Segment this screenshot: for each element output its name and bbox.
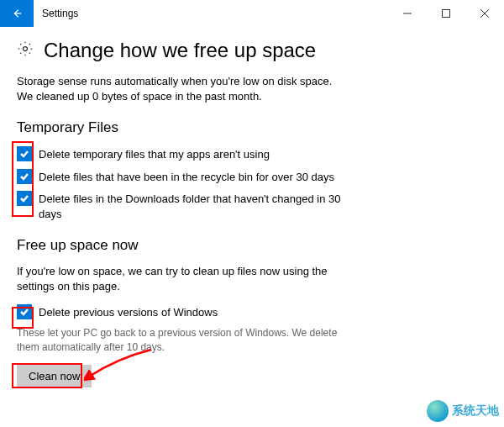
svg-point-5: [24, 47, 28, 51]
gear-icon: [17, 40, 34, 61]
section-title-temp-files: Temporary Files: [17, 119, 487, 136]
minimize-button[interactable]: [388, 0, 427, 27]
close-button[interactable]: [465, 0, 504, 27]
content-area: Change how we free up space Storage sens…: [0, 27, 504, 387]
checkbox-icon: [17, 169, 32, 184]
checkbox-delete-recycle-bin[interactable]: Delete files that have been in the recyc…: [17, 169, 487, 185]
page-description: Storage sense runs automatically when yo…: [17, 74, 487, 104]
checkbox-delete-temp-files[interactable]: Delete temporary files that my apps aren…: [17, 146, 487, 162]
watermark-logo-icon: [427, 400, 449, 422]
section-title-free-up-now: Free up space now: [17, 237, 487, 254]
checkbox-delete-downloads[interactable]: Delete files in the Downloads folder tha…: [17, 191, 487, 221]
checkbox-label: Delete files in the Downloads folder tha…: [39, 191, 358, 221]
checkbox-icon: [17, 146, 32, 161]
checkbox-delete-previous-windows[interactable]: Delete previous versions of Windows: [17, 304, 487, 320]
checkbox-label: Delete files that have been in the recyc…: [39, 169, 334, 185]
back-button[interactable]: [0, 0, 34, 27]
checkbox-label: Delete previous versions of Windows: [39, 304, 218, 320]
checkbox-icon: [17, 304, 32, 319]
maximize-icon: [442, 9, 450, 18]
checkbox-icon: [17, 191, 32, 206]
watermark-text: 系统天地: [452, 403, 499, 419]
close-icon: [480, 9, 489, 18]
previous-windows-note: These let your PC go back to a previous …: [17, 326, 353, 355]
titlebar: Settings: [0, 0, 504, 27]
watermark: 系统天地: [427, 400, 499, 422]
arrow-left-icon: [11, 8, 23, 19]
free-up-description: If you're low on space, we can try to cl…: [17, 264, 353, 294]
window-title: Settings: [34, 0, 87, 27]
svg-rect-2: [443, 10, 450, 18]
page-title: Change how we free up space: [44, 39, 316, 62]
clean-now-button[interactable]: Clean now: [17, 365, 92, 387]
maximize-button[interactable]: [427, 0, 465, 27]
page-header: Change how we free up space: [17, 39, 487, 62]
minimize-icon: [403, 9, 412, 18]
checkbox-label: Delete temporary files that my apps aren…: [39, 146, 270, 162]
